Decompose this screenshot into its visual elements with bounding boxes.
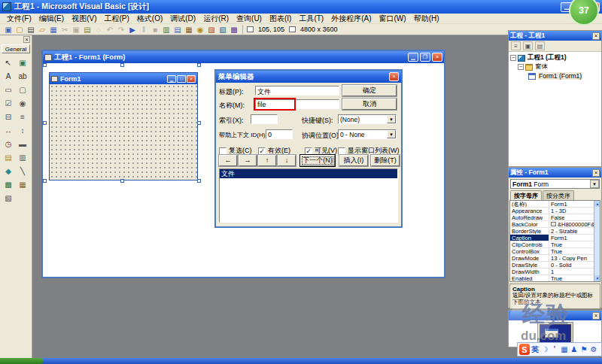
property-value[interactable]: 1 - 3D [549, 208, 594, 214]
properties-tab[interactable]: 按分类序 [543, 190, 574, 200]
properties-close-icon[interactable]: × [592, 169, 600, 177]
properties-scrollbar[interactable]: ▲ ▼ [594, 201, 600, 281]
property-row[interactable]: DrawStyle 0 - Solid [510, 262, 594, 268]
drivelistbox-tool-icon[interactable]: ▬ [16, 137, 29, 150]
hscrollbar-tool-icon[interactable]: ↔ [2, 123, 15, 137]
find-icon[interactable]: ◌ [93, 25, 104, 35]
property-value[interactable]: False [549, 214, 594, 220]
toolbox-icon[interactable]: ▨ [206, 25, 217, 35]
property-value[interactable]: True [549, 275, 594, 281]
collapse-icon[interactable]: − [510, 55, 516, 61]
menu-item[interactable]: 外接程序(A) [327, 13, 375, 25]
fullwidth-moon-icon[interactable]: ☽ [540, 344, 549, 355]
menu-up-button[interactable]: ↑ [258, 155, 276, 166]
checkbox-icon[interactable] [258, 147, 266, 155]
form1-grid-surface[interactable] [50, 84, 197, 180]
property-row[interactable]: DrawWidth 1 [510, 268, 594, 275]
menu-item[interactable]: 文件(F) [3, 13, 35, 25]
property-value[interactable]: 13 - Copy Pen [549, 255, 594, 261]
child-close-button[interactable]: × [432, 53, 442, 62]
toolbox-tab-general[interactable]: General [2, 44, 30, 53]
property-value[interactable]: 1 [549, 268, 594, 275]
caption-input[interactable]: 文件 [255, 86, 339, 96]
object-browser-icon[interactable]: ◉ [195, 25, 205, 35]
menu-item[interactable]: 查询(U) [233, 13, 266, 25]
menu-item[interactable]: 运行(R) [199, 13, 233, 25]
menu-left-button[interactable]: ← [219, 155, 237, 166]
property-value[interactable]: &H8000000F& [549, 221, 594, 227]
cancel-button[interactable]: 取消 [342, 99, 397, 110]
lang-mode-icon[interactable]: 英 [531, 344, 540, 355]
property-value[interactable]: Form1 [549, 235, 594, 241]
property-row[interactable]: (名称) Form1 [510, 201, 594, 208]
break-icon[interactable]: ‖ [138, 25, 149, 35]
menu-item[interactable]: 帮助(H) [410, 13, 443, 25]
property-row[interactable]: Appearance 1 - 3D [510, 208, 594, 214]
child-restore-button[interactable]: ❐ [420, 53, 430, 62]
menu-item[interactable]: 格式(O) [133, 13, 166, 25]
form-layout-close-icon[interactable]: × [592, 312, 600, 320]
resize-handle[interactable] [120, 63, 124, 67]
checkbox-tool-icon[interactable]: ☑ [2, 96, 15, 110]
windows-taskbar[interactable] [0, 358, 602, 364]
commandbutton-tool-icon[interactable]: ▢ [16, 83, 29, 96]
add-project-icon[interactable]: ▣ [3, 25, 14, 35]
property-row[interactable]: ControlBox True [510, 248, 594, 255]
collapse-icon[interactable]: − [518, 64, 524, 70]
label-tool-icon[interactable]: A [2, 69, 15, 83]
resize-handle[interactable] [43, 121, 47, 125]
redo-icon[interactable]: ↷ [116, 25, 126, 35]
punctuation-icon[interactable]: ’ [550, 344, 559, 355]
menu-right-button[interactable]: → [239, 155, 257, 166]
timer-tool-icon[interactable]: ◷ [2, 137, 15, 150]
ok-button[interactable]: 确定 [342, 85, 397, 96]
undo-icon[interactable]: ↶ [105, 25, 115, 35]
wrench-icon[interactable]: ⚙ [589, 344, 598, 355]
scroll-up-icon[interactable]: ▲ [594, 201, 600, 207]
index-input[interactable] [251, 114, 278, 124]
menu-item[interactable]: 调试(D) [166, 13, 199, 25]
menu-item[interactable]: 工具(T) [295, 13, 327, 25]
cut-icon[interactable]: ✂ [59, 25, 70, 35]
menu-editor-icon[interactable]: ▤ [26, 25, 36, 35]
resize-handle[interactable] [43, 63, 47, 67]
filelistbox-tool-icon[interactable]: ▥ [16, 150, 29, 164]
listbox-tool-icon[interactable]: ≡ [16, 110, 29, 123]
shortcut-dropdown[interactable]: (None)▼ [338, 114, 397, 124]
start-icon[interactable]: ▶ [127, 25, 138, 35]
resize-handle[interactable] [197, 179, 201, 183]
add-form-icon[interactable]: ▢ [14, 25, 25, 35]
dirlistbox-tool-icon[interactable]: ▤ [2, 150, 15, 164]
resize-handle[interactable] [197, 121, 201, 125]
optionbutton-tool-icon[interactable]: ◉ [16, 96, 29, 110]
property-value[interactable]: 0 - Solid [549, 262, 594, 268]
textbox-tool-icon[interactable]: ab [16, 69, 29, 83]
project-explorer-icon[interactable]: ▥ [161, 25, 172, 35]
pointer-tool-icon[interactable]: ↖ [2, 56, 15, 69]
chevron-down-icon[interactable]: ▼ [387, 130, 396, 138]
form1-maximize-button[interactable]: □ [177, 75, 186, 83]
helpid-input[interactable]: 0 [266, 129, 293, 139]
properties-tab[interactable]: 按字母序 [510, 190, 542, 200]
view-object-icon[interactable]: ▣ [523, 41, 533, 50]
menu-structure-list[interactable]: 文件 [219, 168, 398, 223]
negotiate-dropdown[interactable]: 0 - None▼ [338, 129, 397, 139]
form1-minimize-button[interactable]: ▁ [167, 75, 176, 83]
property-value[interactable]: True [549, 241, 594, 247]
tree-node-project[interactable]: − 工程1 (工程1) [509, 53, 601, 62]
checkbox-icon[interactable] [305, 147, 312, 155]
delete-button[interactable]: 删除(T) [371, 155, 400, 166]
person-icon[interactable]: ♟ [570, 344, 579, 355]
property-row[interactable]: DrawMode 13 - Copy Pen [510, 255, 594, 262]
tree-node-form1[interactable]: Form1 (Form1) [509, 71, 601, 80]
combobox-tool-icon[interactable]: ⊟ [2, 110, 15, 123]
properties-window-icon[interactable]: ▤ [172, 25, 183, 35]
selected-menu-item[interactable]: 文件 [220, 169, 397, 178]
property-row[interactable]: Caption Form1 [510, 235, 594, 241]
resize-handle[interactable] [197, 63, 201, 67]
menu-down-button[interactable]: ↓ [278, 155, 296, 166]
soft-keyboard-icon[interactable]: ▦ [560, 344, 569, 355]
menu-item[interactable]: 图表(I) [266, 13, 295, 25]
child-minimize-button[interactable]: ▁ [408, 53, 418, 62]
data-tool-icon[interactable]: ▦ [16, 177, 29, 191]
